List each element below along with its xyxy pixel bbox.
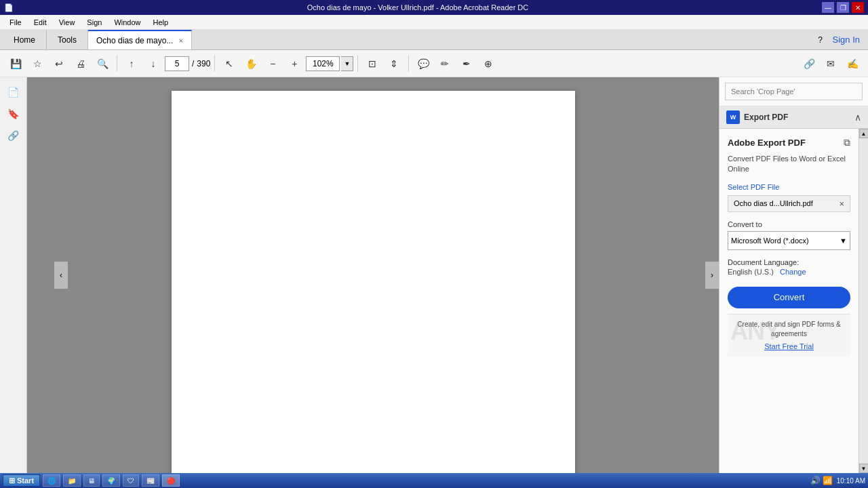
doc-language-value: English (U.S.) Change bbox=[728, 268, 850, 276]
convert-button[interactable]: Convert bbox=[728, 287, 850, 308]
zoom-in-button[interactable]: + bbox=[284, 54, 304, 73]
tab-home-label: Home bbox=[14, 35, 35, 45]
taskbar-news[interactable]: 📰 bbox=[142, 474, 159, 487]
page-down-button[interactable]: ↓ bbox=[143, 54, 163, 73]
signin-link[interactable]: Sign In bbox=[833, 35, 860, 45]
cursor-tool-button[interactable]: ↖ bbox=[219, 54, 239, 73]
scroll-left-button[interactable]: ‹ bbox=[54, 262, 68, 289]
menu-sign[interactable]: Sign bbox=[81, 17, 107, 28]
menu-view[interactable]: View bbox=[54, 17, 81, 28]
back-button[interactable]: ↩ bbox=[49, 54, 69, 73]
tray-network-icon[interactable]: 📶 bbox=[823, 476, 833, 485]
doc-language-label: Document Language: bbox=[728, 258, 850, 266]
page-up-button[interactable]: ↑ bbox=[121, 54, 142, 73]
select-pdf-file-link[interactable]: Select PDF File bbox=[728, 183, 850, 191]
left-icon-page[interactable]: 📄 bbox=[4, 83, 23, 102]
print-button[interactable]: 🖨 bbox=[71, 54, 91, 73]
tab-close-button[interactable]: × bbox=[178, 37, 182, 45]
export-description: Convert PDF Files to Word or Excel Onlin… bbox=[728, 154, 850, 175]
taskbar-folder[interactable]: 📁 bbox=[63, 474, 81, 487]
left-icon-link[interactable]: 🔗 bbox=[4, 126, 23, 145]
tab-signin-area: ? Sign In bbox=[806, 30, 868, 49]
bookmark-button[interactable]: ☆ bbox=[27, 54, 47, 73]
menu-bar: File Edit View Sign Window Help bbox=[0, 15, 868, 30]
taskbar-monitor[interactable]: 🖥 bbox=[83, 474, 100, 487]
highlight-button[interactable]: ✏ bbox=[435, 54, 455, 73]
scrollbar-up-button[interactable]: ▲ bbox=[859, 129, 869, 138]
convert-to-dropdown[interactable]: Microsoft Word (*.docx) ▼ bbox=[728, 231, 850, 250]
page-number-input[interactable] bbox=[165, 56, 189, 71]
zoom-group: ▼ bbox=[306, 56, 353, 71]
comment-button[interactable]: 💬 bbox=[413, 54, 433, 73]
crop-page-search[interactable] bbox=[725, 83, 863, 100]
language-value: English (U.S.) bbox=[728, 268, 774, 276]
scrollbar-down-button[interactable]: ▼ bbox=[859, 464, 869, 473]
mail-button[interactable]: ✉ bbox=[821, 54, 841, 73]
file-remove-button[interactable]: × bbox=[839, 199, 844, 209]
link-button[interactable]: 🔗 bbox=[799, 54, 819, 73]
right-panel-inner: Adobe Export PDF ⧉ Convert PDF Files to … bbox=[719, 129, 868, 473]
toolbar: 💾 ☆ ↩ 🖨 🔍 ↑ ↓ / 390 ↖ ✋ − + ▼ ⊡ ⇕ 💬 ✏ ✒ … bbox=[0, 50, 868, 77]
separator-1 bbox=[117, 56, 117, 72]
start-free-trial-link[interactable]: Start Free Trial bbox=[764, 342, 814, 350]
pdf-viewer-area: ‹ › bbox=[27, 77, 719, 473]
page-total: 390 bbox=[197, 59, 210, 68]
tab-bar: Home Tools Ocho dias de mayo... × ? Sign… bbox=[0, 30, 868, 50]
taskbar: ⊞ Start 🌐 📁 🖥 🌍 🛡 📰 🔴 🔊 📶 10:10 AM bbox=[0, 473, 868, 488]
pdf-scroll[interactable] bbox=[27, 77, 719, 473]
menu-help[interactable]: Help bbox=[148, 17, 174, 28]
restore-button[interactable]: ❐ bbox=[837, 2, 849, 13]
minimize-button[interactable]: — bbox=[822, 2, 834, 13]
draw-button[interactable]: ✒ bbox=[456, 54, 477, 73]
tab-tools[interactable]: Tools bbox=[47, 30, 88, 49]
convert-to-label: Convert to bbox=[728, 220, 850, 228]
tray-volume-icon[interactable]: 🔊 bbox=[810, 476, 821, 485]
page-separator: / bbox=[192, 59, 194, 68]
right-panel: W Export PDF ∧ Adobe Export PDF ⧉ Conver… bbox=[719, 77, 868, 473]
zoom-dropdown[interactable]: ▼ bbox=[341, 56, 353, 71]
menu-window[interactable]: Window bbox=[108, 17, 146, 28]
start-label: Start bbox=[17, 476, 34, 485]
tab-home[interactable]: Home bbox=[3, 30, 47, 49]
copy-icon[interactable]: ⧉ bbox=[844, 137, 850, 148]
window-controls: — ❐ ✕ bbox=[822, 2, 864, 13]
scroll-button[interactable]: ⇕ bbox=[384, 54, 404, 73]
convert-option-label: Microsoft Word (*.docx) bbox=[731, 237, 809, 245]
tab-document-label: Ocho dias de mayo... bbox=[96, 36, 173, 45]
zoom-input[interactable] bbox=[306, 56, 340, 71]
convert-dropdown-arrow: ▼ bbox=[840, 237, 847, 245]
taskbar-security[interactable]: 🛡 bbox=[123, 474, 139, 487]
export-pdf-header: W Export PDF ∧ bbox=[719, 106, 868, 129]
save-button[interactable]: 💾 bbox=[5, 54, 26, 73]
separator-2 bbox=[214, 56, 215, 72]
taskbar-ie[interactable]: 🌐 bbox=[43, 474, 60, 487]
zoom-out-button[interactable]: − bbox=[262, 54, 283, 73]
sign-button[interactable]: ✍ bbox=[842, 54, 863, 73]
scroll-right-button[interactable]: › bbox=[705, 262, 719, 289]
taskbar-browser[interactable]: 🌍 bbox=[102, 474, 120, 487]
export-pdf-label: Export PDF bbox=[744, 113, 788, 122]
scrollbar-track[interactable] bbox=[859, 138, 868, 464]
export-pdf-icon: W bbox=[726, 110, 740, 124]
promo-area: ANY Create, edit and sign PDF forms & ag… bbox=[728, 314, 850, 357]
right-search-area bbox=[719, 77, 868, 106]
change-language-link[interactable]: Change bbox=[780, 268, 806, 276]
menu-file[interactable]: File bbox=[4, 17, 27, 28]
close-button[interactable]: ✕ bbox=[852, 2, 864, 13]
window-title: Ocho dias de mayo - Volker Ullrich.pdf -… bbox=[14, 3, 822, 12]
panel-collapse-button[interactable]: ∧ bbox=[854, 112, 861, 123]
help-icon[interactable]: ? bbox=[814, 33, 827, 47]
find-button[interactable]: 🔍 bbox=[92, 54, 113, 73]
stamp-button[interactable]: ⊕ bbox=[478, 54, 498, 73]
hand-tool-button[interactable]: ✋ bbox=[241, 54, 261, 73]
page-view-button[interactable]: ⊡ bbox=[362, 54, 382, 73]
adobe-export-pdf-title: Adobe Export PDF bbox=[728, 138, 806, 148]
menu-edit[interactable]: Edit bbox=[28, 17, 52, 28]
file-badge: Ocho dias d...Ullrich.pdf × bbox=[728, 195, 850, 212]
promo-text: Create, edit and sign PDF forms & agreem… bbox=[733, 320, 845, 339]
export-pdf-title-group: W Export PDF bbox=[726, 110, 788, 124]
start-button[interactable]: ⊞ Start bbox=[3, 474, 40, 487]
tab-document[interactable]: Ocho dias de mayo... × bbox=[88, 30, 192, 49]
left-icon-bookmark[interactable]: 🔖 bbox=[4, 104, 23, 123]
taskbar-acrobat[interactable]: 🔴 bbox=[162, 474, 180, 487]
